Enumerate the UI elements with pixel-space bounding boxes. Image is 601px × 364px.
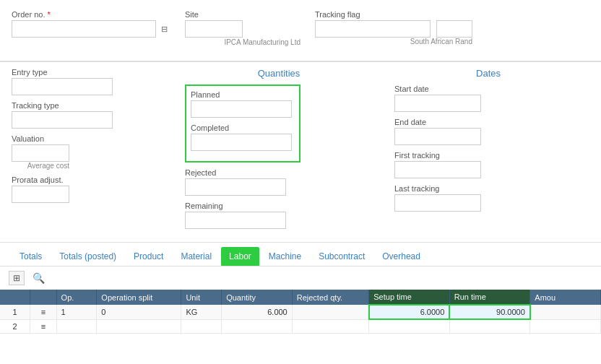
- tab-product[interactable]: Product: [126, 247, 171, 266]
- table-row: 1 ≡ 1 0 KG 6.000 6.0000 90.0000: [0, 305, 601, 319]
- last-tracking-label: Last tracking: [394, 184, 582, 193]
- col-header-setup: Setup time: [369, 290, 450, 305]
- prorata-input[interactable]: 0.00: [12, 186, 69, 203]
- search-icon[interactable]: 🔍: [30, 271, 46, 285]
- tabs-bar: Totals Totals (posted) Product Material …: [0, 243, 601, 266]
- completed-input[interactable]: 6.000: [191, 134, 292, 151]
- site-label: Site: [185, 10, 300, 19]
- first-tracking-label: First tracking: [394, 151, 582, 160]
- completed-label: Completed: [191, 124, 295, 132]
- row-1-rejqty: [292, 305, 369, 319]
- site-sub-label: IPCA Manufacturing Ltd: [185, 38, 300, 46]
- last-tracking-input[interactable]: 10/03/19: [394, 194, 481, 212]
- entry-type-input[interactable]: Work order: [12, 78, 113, 95]
- valuation-input[interactable]: AVC: [12, 144, 69, 162]
- start-date-input[interactable]: 10/03/19: [394, 95, 481, 112]
- tab-material[interactable]: Material: [173, 247, 220, 266]
- table-toolbar: ⊞ 🔍: [0, 266, 601, 290]
- tracking-flag-input[interactable]: Closed + Costed: [315, 20, 431, 38]
- rejected-input[interactable]: [185, 178, 286, 196]
- row-2-unit: [181, 319, 222, 333]
- start-date-label: Start date: [394, 84, 582, 93]
- row-2-run: [449, 319, 530, 333]
- site-input[interactable]: IP10: [185, 20, 243, 38]
- currency-name: South African Rand: [410, 38, 472, 46]
- currency-code-input: ZAR: [436, 20, 472, 38]
- required-marker: *: [48, 10, 51, 19]
- row-1-op: 1: [56, 305, 97, 319]
- planned-input[interactable]: 6.000: [191, 100, 292, 118]
- tab-overhead[interactable]: Overhead: [374, 247, 428, 266]
- order-no-input[interactable]: IP101910MFG00000002: [12, 20, 156, 38]
- row-2-rejqty: [292, 319, 369, 333]
- end-date-input[interactable]: 10/07/19: [394, 128, 481, 145]
- row-1-unit: KG: [181, 305, 222, 319]
- entry-type-label: Entry type: [12, 68, 170, 77]
- col-header-rejqty: Rejected qty.: [292, 290, 369, 305]
- col-header-split: Operation split: [97, 290, 181, 305]
- table-row: 2 ≡: [0, 319, 601, 333]
- labor-table: Op. Operation split Unit Quantity Reject…: [0, 290, 601, 334]
- tab-labor[interactable]: Labor: [221, 247, 259, 266]
- row-1-split: 0: [97, 305, 181, 319]
- remaining-label: Remaining: [185, 202, 373, 210]
- tab-totals[interactable]: Totals: [12, 247, 50, 266]
- row-1-icon[interactable]: ≡: [30, 305, 56, 319]
- dates-title: Dates: [394, 68, 582, 79]
- remaining-input[interactable]: [185, 212, 286, 229]
- row-2-split: [97, 319, 181, 333]
- rejected-label: Rejected: [185, 168, 373, 177]
- tab-subcontract[interactable]: Subcontract: [311, 247, 373, 266]
- row-2-qty: [222, 319, 293, 333]
- row-2-amount: [530, 319, 601, 333]
- col-header-run: Run time: [449, 290, 530, 305]
- row-2-icon[interactable]: ≡: [30, 319, 56, 333]
- row-2-op: [56, 319, 97, 333]
- row-1-num: 1: [0, 305, 30, 319]
- col-header-amount: Amou: [530, 290, 601, 305]
- valuation-label: Valuation: [12, 134, 170, 143]
- tab-totals-posted[interactable]: Totals (posted): [51, 247, 124, 266]
- row-1-amount: [530, 305, 601, 319]
- row-2-num: 2: [0, 319, 30, 333]
- end-date-label: End date: [394, 118, 582, 126]
- tracking-flag-label: Tracking flag: [315, 10, 472, 19]
- labor-table-wrapper: Op. Operation split Unit Quantity Reject…: [0, 290, 601, 334]
- quantities-title: Quantities: [185, 68, 373, 79]
- row-1-setup: 6.0000: [369, 305, 450, 319]
- first-tracking-input[interactable]: 10/03/19: [394, 161, 481, 178]
- col-header-num: [0, 290, 30, 305]
- col-header-icon: [30, 290, 56, 305]
- tab-machine[interactable]: Machine: [261, 247, 309, 266]
- prorata-label: Prorata adjust.: [12, 176, 170, 184]
- tracking-type-input[interactable]: Work order: [12, 111, 113, 129]
- order-no-label: Order no.: [12, 10, 45, 19]
- col-header-op: Op.: [56, 290, 97, 305]
- tracking-type-label: Tracking type: [12, 101, 170, 110]
- grid-icon[interactable]: ⊞: [9, 271, 25, 285]
- order-no-icon: ⊟: [161, 25, 168, 34]
- col-header-qty: Quantity: [222, 290, 293, 305]
- col-header-unit: Unit: [181, 290, 222, 305]
- row-2-setup: [369, 319, 450, 333]
- row-1-qty: 6.000: [222, 305, 293, 319]
- row-1-run: 90.0000: [449, 305, 530, 319]
- valuation-sub: Average cost: [12, 162, 69, 170]
- planned-label: Planned: [191, 90, 295, 99]
